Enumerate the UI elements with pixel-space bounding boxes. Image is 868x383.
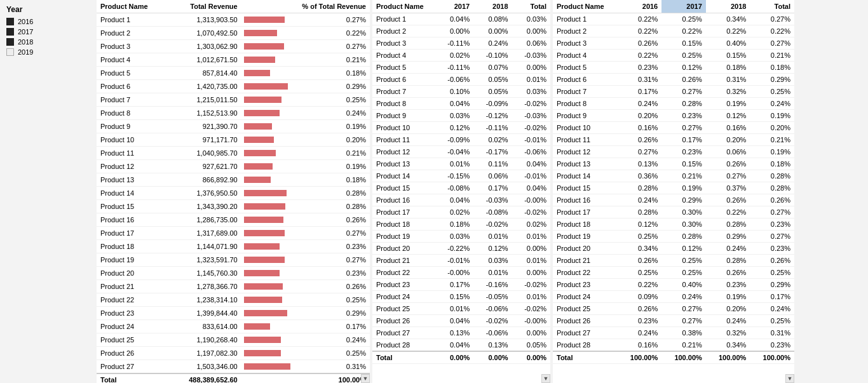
total-cell: 0.25% bbox=[750, 267, 794, 279]
col2-2018: 2018 bbox=[473, 0, 512, 13]
2016-cell: 0.17% bbox=[618, 86, 662, 98]
2017-cell: 0.12% bbox=[661, 62, 706, 74]
product-name-cell: Product 20 bbox=[553, 243, 618, 255]
2018-cell: 0.40% bbox=[706, 37, 750, 50]
2018-cell: 0.24% bbox=[706, 315, 750, 327]
scroll-down-btn-2[interactable]: ▼ bbox=[541, 374, 550, 383]
revenue-cell: 1,278,366.70 bbox=[166, 280, 241, 293]
2017-cell: 0.27% bbox=[661, 122, 706, 134]
product-name-cell: Product 5 bbox=[553, 62, 618, 74]
total-cell: 0.03% bbox=[512, 13, 550, 25]
2017-cell: 0.10% bbox=[435, 86, 473, 98]
2017-cell: 0.21% bbox=[661, 170, 706, 182]
table-row: Product 1 0.22% 0.25% 0.34% 0.27% bbox=[553, 13, 794, 25]
total-cell: 0.23% bbox=[750, 218, 794, 231]
legend-item: 2017 bbox=[6, 28, 89, 36]
pct-cell: 0.21% bbox=[298, 147, 370, 160]
table-row: Product 17 1,317,689.00 0.27% bbox=[97, 227, 370, 240]
2018-cell: 0.32% bbox=[706, 327, 750, 339]
total-revenue: 488,389,652.60 bbox=[166, 373, 241, 383]
table-row: Product 12 -0.04% -0.17% -0.06% bbox=[372, 146, 550, 158]
2017-cell: 0.27% bbox=[661, 303, 706, 315]
2017-cell: 0.30% bbox=[661, 206, 706, 218]
2017-cell: -0.04% bbox=[435, 146, 473, 158]
product-name-cell: Product 15 bbox=[97, 200, 166, 213]
col3-2018: 2018 bbox=[706, 0, 750, 13]
scroll-down-btn-3[interactable]: ▼ bbox=[785, 374, 794, 383]
bar-cell bbox=[241, 253, 299, 267]
2017-cell: 0.04% bbox=[435, 194, 473, 206]
pct-cell: 0.19% bbox=[298, 160, 370, 173]
table-row: Product 5 0.23% 0.12% 0.18% 0.18% bbox=[553, 62, 794, 74]
product-name-cell: Product 16 bbox=[372, 194, 435, 206]
col2-total: Total bbox=[512, 0, 550, 13]
2017-cell: 0.04% bbox=[435, 98, 473, 110]
total-cell: 0.24% bbox=[750, 98, 794, 110]
2018-cell: 0.08% bbox=[473, 13, 512, 25]
2018-cell: 0.26% bbox=[706, 194, 750, 206]
table-row: Product 15 -0.08% 0.17% 0.04% bbox=[372, 182, 550, 194]
table-row: Product 5 -0.11% 0.07% 0.00% bbox=[372, 62, 550, 74]
revenue-cell: 1,145,760.30 bbox=[166, 267, 241, 280]
product-name-cell: Product 15 bbox=[553, 182, 618, 194]
total-cell: 0.27% bbox=[750, 231, 794, 243]
2017-cell: 0.01% bbox=[435, 158, 473, 170]
bar-cell bbox=[241, 333, 299, 347]
2016-cell: 0.26% bbox=[618, 303, 662, 315]
product-name-cell: Product 22 bbox=[553, 267, 618, 279]
product-name-cell: Product 24 bbox=[553, 291, 618, 303]
total-cell: 0.01% bbox=[512, 74, 550, 86]
table-row: Product 12 0.27% 0.23% 0.06% 0.19% bbox=[553, 146, 794, 158]
revenue-cell: 1,190,268.40 bbox=[166, 333, 241, 347]
product-name-cell: Product 16 bbox=[97, 213, 166, 227]
2018-cell: -0.02% bbox=[473, 315, 512, 327]
2018-cell: 0.05% bbox=[473, 74, 512, 86]
2017-cell: 0.25% bbox=[661, 267, 706, 279]
2018-cell: 0.19% bbox=[706, 98, 750, 110]
table-row: Product 18 0.18% -0.02% 0.02% bbox=[372, 218, 550, 231]
total-row: Total 488,389,652.60 100.00% bbox=[97, 373, 370, 383]
bar-cell bbox=[241, 93, 299, 107]
2018-cell: 0.18% bbox=[706, 62, 750, 74]
total-cell: 0.00% bbox=[512, 62, 550, 74]
2016-cell: 0.28% bbox=[618, 182, 662, 194]
revenue-cell: 1,399,844.40 bbox=[166, 307, 241, 320]
2016-cell: 0.22% bbox=[618, 25, 662, 37]
2018-cell: 0.06% bbox=[473, 170, 512, 182]
product-name-cell: Product 3 bbox=[97, 40, 166, 53]
pct-table: Product Name 2016 2017 2018 Total Produc… bbox=[553, 0, 794, 364]
total-cell: 0.02% bbox=[512, 218, 550, 231]
table-row: Product 17 0.02% -0.08% -0.02% bbox=[372, 206, 550, 218]
total-total: 100.00% bbox=[750, 351, 794, 364]
table-row: Product 14 -0.15% 0.06% -0.01% bbox=[372, 170, 550, 182]
product-name-cell: Product 22 bbox=[372, 267, 435, 279]
product-name-cell: Product 10 bbox=[553, 122, 618, 134]
table-row: Product 11 0.26% 0.17% 0.20% 0.21% bbox=[553, 134, 794, 146]
product-name-cell: Product 9 bbox=[97, 120, 166, 133]
2017-cell: 0.00% bbox=[435, 25, 473, 37]
table-row: Product 14 0.36% 0.21% 0.27% 0.28% bbox=[553, 170, 794, 182]
2016-cell: 0.12% bbox=[618, 218, 662, 231]
total-cell: -0.02% bbox=[512, 206, 550, 218]
2016-cell: 0.36% bbox=[618, 170, 662, 182]
2018-cell: 0.11% bbox=[473, 158, 512, 170]
2018-cell: 0.19% bbox=[706, 291, 750, 303]
table-row: Product 17 0.28% 0.30% 0.22% 0.27% bbox=[553, 206, 794, 218]
product-name-cell: Product 8 bbox=[553, 98, 618, 110]
2018-cell: 0.32% bbox=[706, 86, 750, 98]
total-cell: 0.00% bbox=[512, 267, 550, 279]
scroll-down-btn-1[interactable]: ▼ bbox=[361, 374, 370, 383]
pct-cell: 0.27% bbox=[298, 13, 370, 27]
table-row: Product 11 -0.09% 0.02% -0.01% bbox=[372, 134, 550, 146]
table-row: Product 5 857,814.40 0.18% bbox=[97, 67, 370, 80]
2017-cell: 0.19% bbox=[661, 182, 706, 194]
2016-cell: 0.09% bbox=[618, 291, 662, 303]
legend-item: 2018 bbox=[6, 38, 89, 46]
bar-cell bbox=[241, 267, 299, 280]
product-name-cell: Product 2 bbox=[372, 25, 435, 37]
table-row: Product 4 0.02% -0.10% -0.03% bbox=[372, 50, 550, 62]
product-name-cell: Product 6 bbox=[553, 74, 618, 86]
2018-cell: -0.11% bbox=[473, 122, 512, 134]
bar-cell bbox=[241, 360, 299, 374]
product-name-cell: Product 4 bbox=[553, 50, 618, 62]
